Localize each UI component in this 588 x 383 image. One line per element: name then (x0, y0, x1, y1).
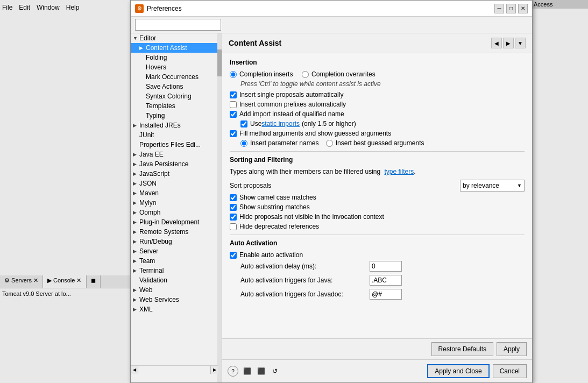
completion-overwrites-radio[interactable] (302, 71, 309, 78)
tree-label-xml: XML (139, 306, 219, 313)
tree-item-hovers[interactable]: Hovers (131, 62, 222, 72)
nav-back-button[interactable]: ◀ (491, 38, 502, 48)
menu-file[interactable]: File (2, 4, 12, 11)
static-imports-link[interactable]: static imports (261, 120, 300, 127)
tree-item-junit[interactable]: JUnit (131, 130, 222, 140)
insert-common-label: Insert common prefixes automatically (239, 101, 346, 108)
title-controls: ─ □ ✕ (494, 4, 528, 13)
hide-deprecated-checkbox[interactable] (230, 223, 237, 230)
hide-invisible-checkbox[interactable] (230, 214, 237, 221)
console-tab-extra[interactable]: ◼ (87, 275, 101, 288)
tree-hscrollbar[interactable]: ◀ ▶ (131, 365, 218, 374)
minimize-button[interactable]: ─ (494, 4, 504, 13)
apply-button[interactable]: Apply (497, 342, 527, 356)
tree-item-maven[interactable]: ▶ Maven (131, 188, 222, 198)
tree-item-remote-systems[interactable]: ▶ Remote Systems (131, 227, 222, 237)
type-filters-link[interactable]: type filters (385, 168, 414, 175)
help-icon[interactable]: ? (228, 366, 238, 377)
tree-item-xml[interactable]: ▶ XML (131, 304, 222, 314)
search-input[interactable] (135, 19, 221, 31)
javadoc-triggers-input[interactable] (370, 289, 402, 300)
cancel-button[interactable]: Cancel (493, 364, 527, 378)
tree-item-props[interactable]: Properties Files Edi... (131, 140, 222, 150)
restore-defaults-button[interactable]: Restore Defaults (431, 342, 493, 356)
apply-and-close-button[interactable]: Apply and Close (427, 364, 489, 378)
tree-item-installed-jres[interactable]: ▶ Installed JREs (131, 120, 222, 130)
tree-item-editor[interactable]: ▼ Editor (131, 33, 222, 43)
hide-deprecated-row: Hide deprecated references (230, 223, 525, 230)
tree-item-mylyn[interactable]: ▶ Mylyn (131, 198, 222, 208)
dialog-icon: ⚙ (135, 4, 144, 13)
tree-item-templates[interactable]: Templates (131, 101, 222, 111)
substring-checkbox[interactable] (230, 204, 237, 211)
sorting-label: Sorting and Filtering (230, 156, 525, 164)
menu-window[interactable]: Window (37, 4, 60, 11)
check2-row: Insert common prefixes automatically (230, 101, 525, 108)
refresh-icon[interactable]: ↺ (270, 366, 280, 377)
fill-method-checkbox[interactable] (230, 130, 237, 137)
tree-item-web[interactable]: ▶ Web (131, 285, 222, 295)
tree-item-folding[interactable]: Folding (131, 53, 222, 62)
tree-item-oomph[interactable]: ▶ Oomph (131, 208, 222, 217)
add-import-checkbox[interactable] (230, 111, 237, 118)
tree-item-javaee[interactable]: ▶ Java EE (131, 150, 222, 159)
tree-item-web-services[interactable]: ▶ Web Services (131, 295, 222, 304)
sort-proposals-combo[interactable]: by relevance ▼ (460, 180, 525, 191)
tree-item-terminal[interactable]: ▶ Terminal (131, 266, 222, 275)
console-tab-servers[interactable]: ⚙ Servers ✕ (0, 275, 43, 288)
title-bar: ⚙ Preferences ─ □ ✕ (131, 1, 532, 17)
tree-item-plugin-dev[interactable]: ▶ Plug-in Development (131, 217, 222, 227)
maximize-button[interactable]: □ (506, 4, 516, 13)
import-icon[interactable]: ⬛ (256, 366, 266, 377)
nav-forward-button[interactable]: ▶ (503, 38, 514, 48)
tree-item-syntax[interactable]: Syntax Coloring (131, 91, 222, 101)
insert-best-label: Insert best guessed arguments (336, 139, 424, 147)
completion-inserts-row: Completion inserts Completion overwrites (230, 70, 525, 78)
tree-item-typing[interactable]: Typing (131, 111, 222, 120)
java-triggers-input[interactable] (370, 275, 402, 286)
camel-case-row: Show camel case matches (230, 194, 525, 201)
tree-arrow-server: ▶ (133, 249, 139, 254)
tree-scrollbar[interactable] (217, 33, 222, 382)
delay-label: Auto activation delay (ms): (240, 263, 370, 270)
insert-best-radio[interactable] (326, 140, 333, 147)
nav-dropdown-button[interactable]: ▼ (515, 38, 526, 48)
delay-input[interactable] (370, 261, 402, 272)
tree-label-server: Server (139, 247, 219, 255)
tree-scroll-right[interactable]: ▶ (210, 366, 218, 374)
menu-help[interactable]: Help (66, 4, 80, 11)
tree-scrollbar-thumb[interactable] (217, 49, 222, 76)
use-static-imports-checkbox[interactable] (240, 120, 247, 127)
tree-item-validation[interactable]: Validation (131, 275, 222, 285)
access-label[interactable]: Access (530, 0, 588, 9)
tree-arrow-java-persistence: ▶ (133, 161, 139, 167)
tree-item-json[interactable]: ▶ JSON (131, 179, 222, 188)
tree-label-java-persistence: Java Persistence (139, 160, 219, 168)
tree-item-mark-occurrences[interactable]: Mark Occurrences (131, 72, 222, 82)
menu-edit[interactable]: Edit (19, 4, 30, 11)
tree-item-content-assist[interactable]: ▶ Content Assist (131, 43, 222, 53)
tree-scroll-thumb[interactable] (138, 366, 210, 374)
enable-auto-checkbox[interactable] (230, 252, 237, 259)
tree-item-java-persistence[interactable]: ▶ Java Persistence (131, 159, 222, 169)
sort-proposals-label: Sort proposals (230, 182, 460, 189)
tree-arrow-web-services: ▶ (133, 297, 139, 302)
completion-inserts-radio[interactable] (230, 71, 237, 78)
close-button[interactable]: ✕ (518, 4, 528, 13)
tree-item-run-debug[interactable]: ▶ Run/Debug (131, 237, 222, 246)
insert-params-radio[interactable] (240, 140, 247, 147)
camel-case-checkbox[interactable] (230, 194, 237, 201)
static-imports-suffix: (only 1.5 or higher) (302, 120, 356, 127)
insert-common-checkbox[interactable] (230, 101, 237, 108)
tree-scroll-left[interactable]: ◀ (131, 366, 138, 374)
tree-item-save-actions[interactable]: Save Actions (131, 82, 222, 91)
tree-label-json: JSON (139, 180, 219, 187)
insert-single-checkbox[interactable] (230, 91, 237, 98)
dialog-footer: Restore Defaults Apply (222, 338, 532, 359)
console-tab-console[interactable]: ▶ Console ✕ (43, 275, 86, 288)
tree-item-server[interactable]: ▶ Server (131, 246, 222, 256)
tree-arrow-terminal: ▶ (133, 268, 139, 273)
tree-item-team[interactable]: ▶ Team (131, 256, 222, 266)
tree-item-javascript[interactable]: ▶ JavaScript (131, 169, 222, 179)
export-icon[interactable]: ⬛ (242, 366, 252, 377)
